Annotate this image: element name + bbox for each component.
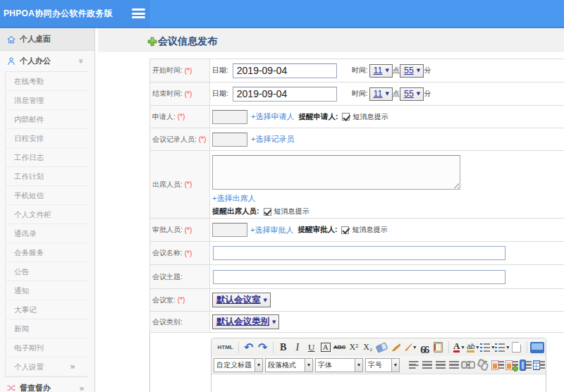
image-upload-icon[interactable]	[505, 358, 518, 372]
sidebar-subitem[interactable]: 在线考勤	[6, 72, 88, 91]
undo-icon[interactable]: ↶	[242, 341, 255, 355]
start-hour-select[interactable]: 11▼	[369, 64, 393, 78]
field-label: 会议记录人员:(*)	[150, 128, 210, 150]
fullscreen-icon[interactable]	[530, 341, 544, 355]
choose-attendees-link[interactable]: +选择出席人	[212, 194, 255, 202]
required-mark: (*)	[185, 90, 192, 98]
sidebar-subitem-label: 个人文件柜	[14, 210, 51, 219]
sidebar-subitem[interactable]: 新闻	[6, 319, 88, 338]
form-row-meeting-room: 会议室:(*) 默认会议室▼	[149, 289, 564, 312]
end-date-input[interactable]	[233, 87, 337, 102]
hour-unit: 点	[393, 89, 400, 99]
sidebar-subitem[interactable]: 大事记	[6, 300, 88, 319]
bold-icon[interactable]: B	[276, 341, 290, 355]
meeting-category-select[interactable]: 默认会议类别▼	[212, 314, 279, 329]
sidebar-item-office[interactable]: 个人办公 »	[0, 51, 94, 71]
sms-label: 短消息提示	[352, 225, 387, 235]
sidebar-subitem[interactable]: 工作日志	[6, 148, 88, 167]
paste-icon[interactable]	[431, 341, 445, 355]
sidebar-subitem[interactable]: 个人设置 »	[6, 357, 88, 376]
strikethrough-icon[interactable]: ABC	[333, 341, 346, 355]
editor-content-area[interactable]	[212, 374, 546, 392]
hamburger-icon[interactable]	[132, 8, 145, 20]
align-center-icon[interactable]	[421, 358, 433, 372]
image-icon[interactable]	[491, 358, 504, 372]
table-icon[interactable]	[533, 358, 545, 372]
meeting-subject-input[interactable]	[213, 270, 505, 284]
meeting-room-select[interactable]: 默认会议室▼	[212, 293, 271, 307]
paragraph-select[interactable]: 段落格式 ▾	[265, 358, 313, 372]
eraser-icon[interactable]	[375, 341, 388, 355]
remind-applicant-label: 提醒申请人:	[298, 112, 338, 122]
blockquote-icon[interactable]: 66	[417, 341, 431, 355]
choose-recorder-link[interactable]: +选择记录员	[251, 134, 294, 145]
format-brush-icon[interactable]	[389, 341, 403, 355]
end-hour-select[interactable]: 11▼	[369, 87, 393, 101]
end-minute-select[interactable]: 55▼	[400, 87, 424, 101]
attendees-sms-checkbox[interactable]	[264, 208, 271, 216]
sms-label: 短消息提示	[274, 207, 309, 216]
superscript-icon[interactable]: X²	[347, 341, 360, 355]
required-mark: (*)	[185, 226, 192, 234]
new-page-icon[interactable]	[510, 341, 523, 355]
sidebar-subitem[interactable]: 内部邮件	[6, 110, 88, 129]
attendees-textarea[interactable]	[212, 155, 460, 190]
sidebar-subitem[interactable]: 公告	[6, 262, 88, 281]
italic-icon[interactable]: I	[290, 341, 304, 355]
start-date-input[interactable]	[233, 63, 337, 78]
font-family-select[interactable]: 字体 ▾	[315, 358, 363, 372]
chevron-double-right-icon: »	[70, 357, 75, 376]
choose-applicant-link[interactable]: +选择申请人	[251, 111, 294, 122]
form-row-meeting-name: 会议名称:(*)	[149, 242, 564, 265]
sidebar-subitem[interactable]: 手机短信	[6, 186, 88, 205]
media-icon[interactable]	[520, 358, 532, 372]
ordered-list-icon[interactable]	[480, 341, 494, 355]
link-icon[interactable]	[461, 358, 475, 372]
sidebar-subitem[interactable]: 个人文件柜	[6, 205, 88, 224]
plus-icon	[147, 37, 157, 47]
unlink-icon[interactable]	[477, 358, 491, 372]
align-left-icon[interactable]	[407, 358, 419, 372]
source-button[interactable]: HTML	[217, 341, 234, 355]
approver-sms-checkbox[interactable]	[341, 226, 349, 234]
heading-select[interactable]: 自定义标题 ▾	[214, 358, 263, 372]
font-size-select[interactable]: 字号 ▾	[365, 358, 400, 372]
date-label: 日期:	[212, 89, 228, 99]
redo-icon[interactable]: ↷	[256, 341, 269, 355]
meeting-name-input[interactable]	[213, 246, 505, 260]
form-row-recorder: 会议记录人员:(*) +选择记录员	[149, 128, 564, 151]
sidebar-subitem[interactable]: 会务服务	[6, 243, 88, 262]
field-label: 会议类别:	[150, 312, 210, 332]
field-label: 结束时间:(*)	[150, 82, 210, 105]
underline-icon[interactable]: U	[305, 341, 318, 355]
sidebar-item-desktop[interactable]: 个人桌面	[0, 28, 94, 51]
required-mark: (*)	[178, 296, 185, 304]
sidebar-subitem-label: 日程安排	[14, 134, 44, 142]
boxed-a-icon[interactable]: A	[319, 341, 332, 355]
sidebar-subitem[interactable]: 工作计划	[6, 167, 88, 186]
sidebar: 个人桌面 个人办公 » 在线考勤 消息管理 内部邮件 日程安排 工作日志	[0, 28, 95, 392]
recorder-input[interactable]	[212, 133, 247, 147]
shuffle-icon	[6, 383, 16, 392]
sidebar-subitem[interactable]: 日程安排	[6, 129, 88, 148]
choose-approver-link[interactable]: +选择审批人	[250, 225, 293, 235]
dropdown-arrow-icon: ▾	[391, 358, 400, 372]
quickformat-icon[interactable]	[403, 341, 417, 355]
sidebar-subitem[interactable]: 电子期刊	[6, 338, 88, 357]
approver-input[interactable]	[212, 223, 247, 237]
align-justify-icon[interactable]	[448, 358, 460, 372]
resize-handle[interactable]	[452, 181, 459, 188]
applicant-input[interactable]	[212, 110, 247, 124]
sidebar-subitem[interactable]: 通讯录	[6, 224, 88, 243]
align-right-icon[interactable]	[434, 358, 446, 372]
sidebar-item-supervision[interactable]: 督查督办 »	[0, 377, 94, 392]
sidebar-item-label: 个人办公	[20, 56, 51, 66]
font-color-icon[interactable]: A	[452, 341, 465, 355]
sidebar-subitem[interactable]: 消息管理	[6, 91, 88, 110]
highlight-icon[interactable]: ab	[466, 341, 479, 355]
applicant-sms-checkbox[interactable]	[342, 113, 350, 121]
unordered-list-icon[interactable]	[495, 341, 509, 355]
sidebar-subitem[interactable]: 通知	[6, 281, 88, 300]
subscript-icon[interactable]: X₂	[361, 341, 374, 355]
start-minute-select[interactable]: 55▼	[400, 64, 424, 78]
